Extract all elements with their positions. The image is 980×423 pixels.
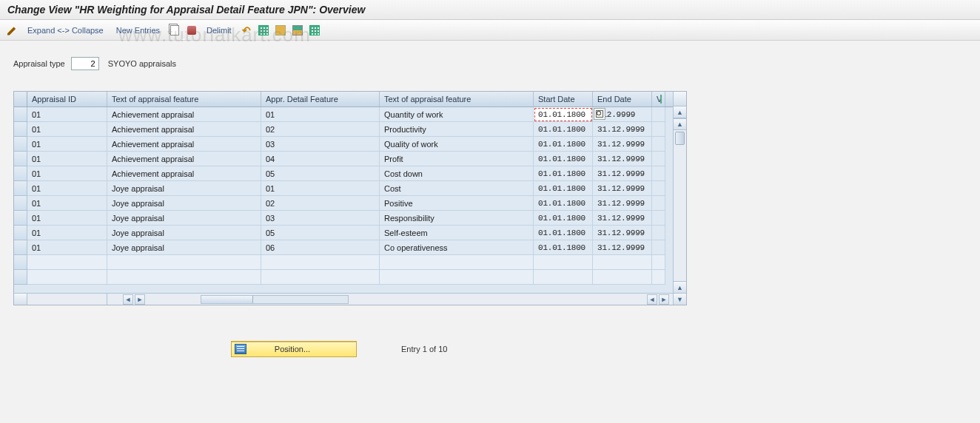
cell-detail[interactable]: 06 [261,240,380,255]
cell-text-1[interactable]: Achievement appraisal [107,107,261,122]
cell-text-1[interactable]: Joye appraisal [107,196,261,211]
cell-empty[interactable] [534,255,593,270]
col-detail-feature[interactable]: Appr. Detail Feature [261,92,380,106]
cell-start-date[interactable]: 01.01.1800 [534,196,593,211]
cell-empty[interactable] [534,270,593,285]
cell-empty[interactable] [261,255,380,270]
cell-text-1[interactable]: Achievement appraisal [107,152,261,166]
cell-empty[interactable] [261,270,380,285]
cell-start-date[interactable]: 01.01.1800 [534,240,593,255]
cell-empty[interactable] [593,255,652,270]
cell-text-1[interactable]: Achievement appraisal [107,122,261,137]
hscroll-left2-icon[interactable]: ◄ [647,294,657,305]
cell-text-1[interactable]: Joye appraisal [107,211,261,226]
row-selector[interactable] [14,211,27,226]
cell-text-2[interactable]: Co operativeness [380,240,534,255]
cell-start-date[interactable]: 01.01.1800 [534,181,593,196]
cell-end-date[interactable]: 31.12.9999 [593,211,652,226]
cell-text-2[interactable]: Positive [380,196,534,211]
table-row[interactable]: 01Achievement appraisal01Quantity of wor… [14,107,673,122]
cell-appraisal-id[interactable]: 01 [27,226,107,240]
cell-appraisal-id[interactable]: 01 [27,196,107,211]
col-appraisal-id[interactable]: Appraisal ID [27,92,107,106]
select-block-icon[interactable] [274,24,287,37]
cell-start-date[interactable]: 01.01.1800 [534,166,593,181]
table-row[interactable]: 01Joye appraisal01Cost01.01.180031.12.99… [14,181,673,196]
cell-appraisal-id[interactable]: 01 [27,107,107,122]
cell-v[interactable] [652,181,665,196]
hscroll-right2-icon[interactable]: ► [659,294,669,305]
cell-appraisal-id[interactable]: 01 [27,181,107,196]
table-row[interactable]: 01Joye appraisal03Responsibility01.01.18… [14,211,673,226]
table-row[interactable]: 01Achievement appraisal05Cost down01.01.… [14,166,673,181]
cell-detail[interactable]: 01 [261,181,380,196]
table-settings-icon[interactable] [308,24,321,37]
row-selector[interactable] [14,270,27,285]
cell-v[interactable] [652,107,665,122]
cell-start-date[interactable]: 01.01.1800 [534,137,593,152]
col-config[interactable]: V [652,92,665,106]
cell-v[interactable] [652,152,665,166]
cell-empty[interactable] [107,255,261,270]
deselect-all-icon[interactable] [291,24,304,37]
col-end-date[interactable]: End Date [593,92,652,106]
cell-detail[interactable]: 03 [261,137,380,152]
cell-end-date[interactable]: 31.12.9999 [593,240,652,255]
undo-icon[interactable] [240,24,253,37]
table-row[interactable]: 01Achievement appraisal04Profit01.01.180… [14,152,673,166]
table-row[interactable]: 01Achievement appraisal02Productivity01.… [14,122,673,137]
cell-empty[interactable] [652,270,665,285]
cell-detail[interactable]: 03 [261,211,380,226]
row-selector[interactable] [14,152,27,166]
row-selector[interactable] [14,107,27,122]
new-entries-button[interactable]: New Entries [112,24,164,36]
cell-text-2[interactable]: Cost down [380,166,534,181]
vscroll-down2-icon[interactable]: ▼ [674,293,686,305]
cell-text-2[interactable]: Quantity of work [380,107,534,122]
expand-collapse-button[interactable]: Expand <-> Collapse [23,24,108,36]
table-row[interactable]: 01Joye appraisal02Positive01.01.180031.1… [14,196,673,211]
cell-text-2[interactable]: Self-esteem [380,226,534,240]
cell-end-date[interactable]: 31.12.9999 [593,226,652,240]
vscroll-up-icon[interactable] [674,92,686,106]
cell-empty[interactable] [27,255,107,270]
col-start-date[interactable]: Start Date [534,92,593,106]
delimit-button[interactable]: Delimit [202,24,236,36]
cell-v[interactable] [652,137,665,152]
cell-start-date[interactable]: 01.01.1800 [534,107,593,122]
row-selector-header[interactable] [14,92,27,106]
cell-appraisal-id[interactable]: 01 [27,122,107,137]
cell-appraisal-id[interactable]: 01 [27,211,107,226]
cell-empty[interactable] [107,270,261,285]
cell-appraisal-id[interactable]: 01 [27,137,107,152]
cell-text-1[interactable]: Achievement appraisal [107,137,261,152]
cell-detail[interactable]: 02 [261,196,380,211]
row-selector[interactable] [14,137,27,152]
hscroll-thumb[interactable] [201,296,253,303]
row-selector[interactable] [14,181,27,196]
cell-detail[interactable]: 05 [261,166,380,181]
cell-end-date[interactable]: 31.12.9999 [593,122,652,137]
cell-end-date[interactable]: 31.12.9999 [593,166,652,181]
vscroll-up3-icon[interactable]: ▲ [674,118,686,130]
cell-detail[interactable]: 05 [261,226,380,240]
vscroll-up2-icon[interactable]: ▲ [674,106,686,118]
select-all-icon[interactable] [257,24,270,37]
cell-detail[interactable]: 02 [261,122,380,137]
cell-text-1[interactable]: Joye appraisal [107,226,261,240]
table-config-icon[interactable] [660,95,662,104]
cell-empty[interactable] [380,255,534,270]
cell-text-2[interactable]: Cost [380,181,534,196]
row-selector[interactable] [14,166,27,181]
col-text-feature-1[interactable]: Text of appraisal feature [107,92,261,106]
cell-text-2[interactable]: Productivity [380,122,534,137]
cell-text-1[interactable]: Joye appraisal [107,181,261,196]
delete-icon[interactable] [185,24,198,37]
position-button[interactable]: Position... [231,341,357,357]
cell-appraisal-id[interactable]: 01 [27,152,107,166]
cell-end-date[interactable]: 31.12.9999 [593,181,652,196]
row-selector[interactable] [14,122,27,137]
cell-v[interactable] [652,240,665,255]
cell-text-1[interactable]: Achievement appraisal [107,166,261,181]
cell-empty[interactable] [380,270,534,285]
